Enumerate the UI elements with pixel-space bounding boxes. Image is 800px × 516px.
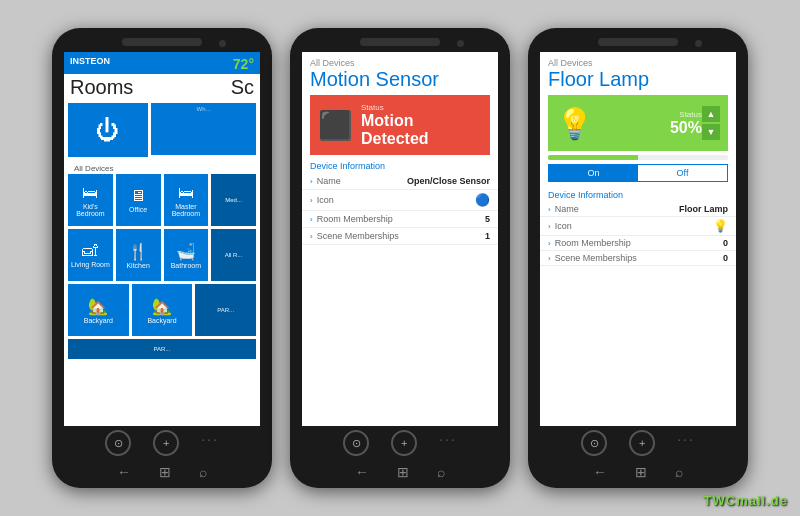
p1-tile-label-6: Bathroom: [171, 262, 201, 269]
p1-logo: INSTEON: [70, 56, 110, 66]
p1-tile-kids-bedroom[interactable]: 🛏 Kid's Bedroom: [68, 174, 113, 226]
phone-2-back-btn[interactable]: ⊙: [343, 430, 369, 456]
p2-row-name[interactable]: › Name Open/Close Sensor: [302, 173, 498, 190]
p1-tile-label-8: Backyard: [147, 317, 176, 324]
p2-chevron-scene: ›: [310, 232, 313, 241]
phone-2-nav-row: ← ⊞ ⌕: [355, 464, 445, 480]
watermark: TWCmail.de: [704, 493, 788, 508]
p2-icon-value: 🔵: [475, 193, 490, 207]
p2-row-scene[interactable]: › Scene Memberships 1: [302, 228, 498, 245]
p2-title: Motion Sensor: [302, 68, 498, 95]
p3-status-pct: 50%: [593, 119, 702, 137]
p1-tile-master-bedroom[interactable]: 🛏 Master Bedroom: [164, 174, 209, 226]
p3-search-nav-icon[interactable]: ⌕: [675, 464, 683, 480]
p1-power-tile[interactable]: ⏻: [68, 103, 148, 157]
phone-2-add-btn[interactable]: +: [391, 430, 417, 456]
p1-tile-label-7: Backyard: [84, 317, 113, 324]
p1-tile-extra1[interactable]: PAR...: [195, 284, 256, 336]
p3-row-name[interactable]: › Name Floor Lamp: [540, 202, 736, 217]
p1-header: INSTEON 72°: [64, 52, 260, 74]
p3-decrease-btn[interactable]: ▼: [702, 124, 720, 140]
p3-row-scene[interactable]: › Scene Memberships 0: [540, 251, 736, 266]
p2-row-icon[interactable]: › Icon 🔵: [302, 190, 498, 211]
p2-status-tile: ⬛ Status MotionDetected: [310, 95, 490, 155]
p3-chevron-name: ›: [548, 205, 551, 214]
p1-tile-backyard1[interactable]: 🏡 Backyard: [68, 284, 129, 336]
p3-status-tile: 💡 Status 50% ▲ ▼: [548, 95, 728, 151]
watermark-suffix: .de: [766, 493, 788, 508]
motion-sensor-icon: ⬛: [318, 109, 353, 142]
p1-tile-all-r[interactable]: All R...: [211, 229, 256, 281]
phone-3-screen: All Devices Floor Lamp 💡 Status 50% ▲ ▼: [540, 52, 736, 426]
p1-tile-media[interactable]: Med...: [211, 174, 256, 226]
p3-icon-value: 💡: [713, 219, 728, 233]
p3-breadcrumb: All Devices: [540, 52, 736, 68]
phone-3-bottom: ⊙ + ··· ← ⊞ ⌕: [536, 426, 740, 480]
p2-back-nav-icon[interactable]: ←: [355, 464, 369, 480]
p3-chevron-room: ›: [548, 239, 551, 248]
p2-value-room: 5: [485, 214, 490, 224]
kitchen-icon: 🍴: [128, 242, 148, 261]
house2-icon: 🏡: [152, 297, 172, 316]
p1-tile-living-room[interactable]: 🛋 Living Room: [68, 229, 113, 281]
p2-status-value: MotionDetected: [361, 112, 429, 147]
phone-1-screen: INSTEON 72° Rooms Sc ⏻ Wh... All Devices: [64, 52, 260, 426]
all-r-label: All R...: [225, 252, 243, 258]
back-nav-icon[interactable]: ←: [117, 464, 131, 480]
p3-off-btn[interactable]: Off: [638, 165, 727, 181]
p1-scenes-title: Sc: [231, 76, 254, 99]
house1-icon: 🏡: [88, 297, 108, 316]
home-nav-icon[interactable]: ⊞: [159, 464, 171, 480]
p2-label-name: Name: [317, 176, 407, 186]
p2-row-room[interactable]: › Room Membership 5: [302, 211, 498, 228]
p2-search-nav-icon[interactable]: ⌕: [437, 464, 445, 480]
p1-tile-kitchen[interactable]: 🍴 Kitchen: [116, 229, 161, 281]
p3-increase-btn[interactable]: ▲: [702, 106, 720, 122]
phone-camera: [219, 40, 226, 47]
p3-row-icon[interactable]: › Icon 💡: [540, 217, 736, 236]
p2-status-text-block: Status MotionDetected: [361, 103, 429, 147]
p1-tile-backyard2[interactable]: 🏡 Backyard: [132, 284, 193, 336]
p1-tile-extra2[interactable]: PAR...: [68, 339, 256, 359]
p2-chevron-room: ›: [310, 215, 313, 224]
p1-tile-office[interactable]: 🖥 Office: [116, 174, 161, 226]
p3-value-room: 0: [723, 238, 728, 248]
phone-1-bottom: ⊙ + ··· ← ⊞ ⌕: [60, 426, 264, 480]
phone-3-dots: ···: [677, 431, 695, 456]
p1-rooms-title: Rooms: [70, 76, 133, 99]
p3-row-room[interactable]: › Room Membership 0: [540, 236, 736, 251]
p2-label-icon: Icon: [317, 195, 475, 205]
p1-tile-row-4: PAR...: [68, 339, 256, 359]
phone-3-add-btn[interactable]: +: [629, 430, 655, 456]
phone-2-screen: All Devices Motion Sensor ⬛ Status Motio…: [302, 52, 498, 426]
p1-extra-tile[interactable]: Wh...: [151, 103, 256, 155]
phone-1-btn-row: ⊙ + ···: [105, 430, 219, 456]
p2-content: All Devices Motion Sensor ⬛ Status Motio…: [302, 52, 498, 426]
phone-3-camera: [695, 40, 702, 47]
phone-1-back-btn[interactable]: ⊙: [105, 430, 131, 456]
p2-home-nav-icon[interactable]: ⊞: [397, 464, 409, 480]
p3-label-scene: Scene Memberships: [555, 253, 723, 263]
watermark-text: TWCmail: [704, 493, 767, 508]
p3-value-scene: 0: [723, 253, 728, 263]
p3-back-nav-icon[interactable]: ←: [593, 464, 607, 480]
p3-status-block: Status 50%: [593, 110, 702, 137]
p3-on-btn[interactable]: On: [549, 165, 638, 181]
p1-title-row: Rooms Sc: [64, 74, 260, 101]
phone-3-back-btn[interactable]: ⊙: [581, 430, 607, 456]
p3-home-nav-icon[interactable]: ⊞: [635, 464, 647, 480]
office-icon: 🖥: [130, 187, 146, 205]
phone-1: INSTEON 72° Rooms Sc ⏻ Wh... All Devices: [52, 28, 272, 488]
p3-status-label: Status: [593, 110, 702, 119]
phone-3-speaker: [598, 38, 678, 46]
p2-value-name: Open/Close Sensor: [407, 176, 490, 186]
lamp-icon: 💡: [556, 106, 593, 141]
phone-3-nav-row: ← ⊞ ⌕: [593, 464, 683, 480]
phone-1-add-btn[interactable]: +: [153, 430, 179, 456]
p1-tile-label-2: Office: [129, 206, 147, 213]
p3-progress-fill: [548, 155, 638, 160]
p1-tile-bathroom[interactable]: 🛁 Bathroom: [164, 229, 209, 281]
phone-3-btn-row: ⊙ + ···: [581, 430, 695, 456]
search-nav-icon[interactable]: ⌕: [199, 464, 207, 480]
p1-tile-label-4: Living Room: [71, 261, 110, 268]
